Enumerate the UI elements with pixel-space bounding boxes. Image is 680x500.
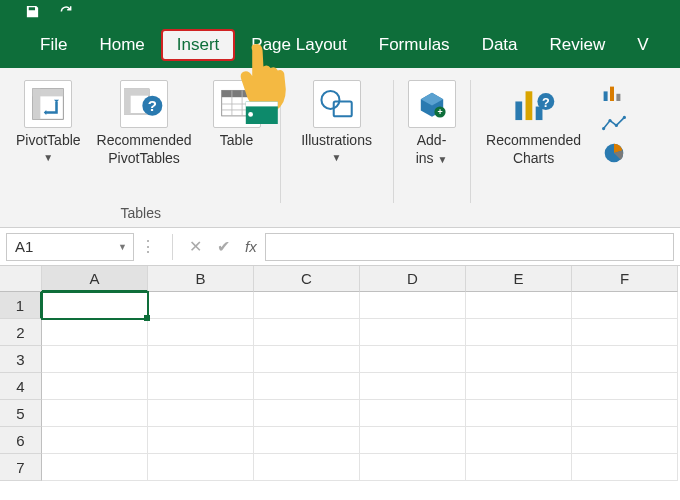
save-icon[interactable] — [24, 3, 40, 19]
recommended-pivottables-icon: ? — [120, 80, 168, 128]
pivottable-button[interactable]: PivotTable ▼ — [10, 74, 87, 201]
cell[interactable] — [572, 427, 678, 454]
redo-icon[interactable] — [58, 3, 74, 19]
pivottable-label: PivotTable — [16, 132, 81, 150]
chart-type-buttons — [593, 74, 631, 201]
select-all-corner[interactable] — [0, 266, 42, 292]
column-header[interactable]: A — [42, 266, 148, 292]
cell[interactable] — [254, 292, 360, 319]
table-row: 5 — [0, 400, 680, 427]
cell[interactable] — [254, 427, 360, 454]
chevron-down-icon: ▼ — [118, 242, 127, 252]
cell[interactable] — [42, 454, 148, 481]
cell[interactable] — [360, 454, 466, 481]
cell[interactable] — [42, 346, 148, 373]
cell[interactable] — [572, 400, 678, 427]
tab-page-layout[interactable]: Page Layout — [235, 29, 362, 61]
worksheet-grid: A B C D E F 1 2 3 4 5 6 7 — [0, 266, 680, 481]
cell[interactable] — [254, 454, 360, 481]
cell[interactable] — [466, 454, 572, 481]
cell[interactable] — [360, 373, 466, 400]
cell[interactable] — [42, 373, 148, 400]
formula-input[interactable] — [265, 233, 674, 261]
row-header[interactable]: 7 — [0, 454, 42, 481]
cell[interactable] — [466, 427, 572, 454]
cell[interactable] — [572, 292, 678, 319]
column-chart-icon[interactable] — [601, 82, 627, 104]
cell[interactable] — [148, 346, 254, 373]
cell[interactable] — [42, 319, 148, 346]
tab-review[interactable]: Review — [534, 29, 622, 61]
column-header[interactable]: F — [572, 266, 678, 292]
column-header[interactable]: E — [466, 266, 572, 292]
cell[interactable] — [466, 319, 572, 346]
column-header[interactable]: C — [254, 266, 360, 292]
tab-file[interactable]: File — [24, 29, 83, 61]
cell[interactable] — [148, 427, 254, 454]
fx-label[interactable]: fx — [237, 238, 265, 255]
cell[interactable] — [42, 400, 148, 427]
row-header[interactable]: 5 — [0, 400, 42, 427]
ribbon-separator — [470, 80, 471, 203]
table-button[interactable]: Table — [202, 74, 272, 201]
cell-a1[interactable] — [42, 292, 148, 319]
table-row: 2 — [0, 319, 680, 346]
cell[interactable] — [42, 427, 148, 454]
cell[interactable] — [148, 319, 254, 346]
cell[interactable] — [148, 400, 254, 427]
name-box-value: A1 — [15, 238, 33, 255]
row-header[interactable]: 1 — [0, 292, 42, 319]
cancel-icon[interactable]: ✕ — [181, 233, 209, 261]
cell[interactable] — [254, 319, 360, 346]
tab-insert[interactable]: Insert — [161, 29, 236, 61]
cell[interactable] — [148, 454, 254, 481]
cell[interactable] — [466, 346, 572, 373]
cell[interactable] — [360, 400, 466, 427]
chevron-down-icon: ▼ — [43, 152, 53, 163]
enter-icon[interactable]: ✔ — [209, 233, 237, 261]
tab-data[interactable]: Data — [466, 29, 534, 61]
formula-bar-expand[interactable]: ⋮ — [134, 237, 164, 256]
recommended-pivottables-button[interactable]: ? Recommended PivotTables — [91, 74, 198, 201]
cell[interactable] — [254, 373, 360, 400]
cell[interactable] — [360, 319, 466, 346]
cell[interactable] — [360, 292, 466, 319]
cell[interactable] — [148, 292, 254, 319]
tab-home[interactable]: Home — [83, 29, 160, 61]
cell[interactable] — [254, 400, 360, 427]
chevron-down-icon: ▼ — [437, 154, 447, 165]
tab-view[interactable]: V — [621, 29, 664, 61]
cell[interactable] — [466, 373, 572, 400]
addins-button[interactable]: + Add- ins ▼ — [402, 74, 462, 201]
name-box[interactable]: A1 ▼ — [6, 233, 134, 261]
table-icon — [213, 80, 261, 128]
recommended-charts-button[interactable]: ? Recommended Charts — [479, 74, 589, 201]
row-header[interactable]: 3 — [0, 346, 42, 373]
cell[interactable] — [466, 400, 572, 427]
ribbon-separator — [393, 80, 394, 203]
cell[interactable] — [360, 346, 466, 373]
row-header[interactable]: 6 — [0, 427, 42, 454]
cell[interactable] — [360, 427, 466, 454]
table-row: 4 — [0, 373, 680, 400]
cell[interactable] — [254, 346, 360, 373]
cell[interactable] — [148, 373, 254, 400]
tab-formulas[interactable]: Formulas — [363, 29, 466, 61]
svg-point-28 — [614, 124, 617, 127]
illustrations-button[interactable]: Illustrations ▼ — [289, 74, 385, 201]
svg-point-26 — [602, 127, 605, 130]
cell[interactable] — [572, 319, 678, 346]
column-header[interactable]: D — [360, 266, 466, 292]
svg-rect-15 — [333, 102, 351, 117]
pie-chart-icon[interactable] — [601, 142, 627, 164]
svg-text:?: ? — [541, 96, 549, 110]
row-header[interactable]: 2 — [0, 319, 42, 346]
column-header[interactable]: B — [148, 266, 254, 292]
cell[interactable] — [572, 373, 678, 400]
row-header[interactable]: 4 — [0, 373, 42, 400]
line-chart-icon[interactable] — [601, 112, 627, 134]
cell[interactable] — [572, 346, 678, 373]
cell[interactable] — [572, 454, 678, 481]
cell[interactable] — [466, 292, 572, 319]
ribbon-group-charts: ? Recommended Charts — [473, 74, 637, 227]
